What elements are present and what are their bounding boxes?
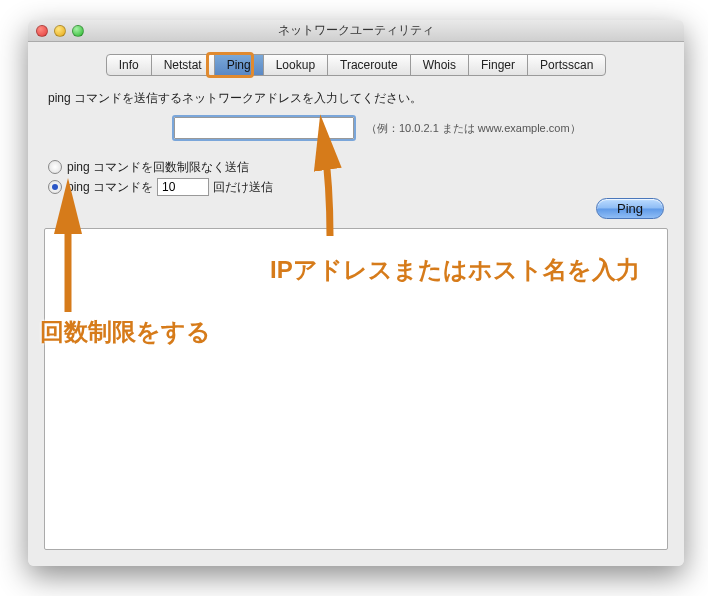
output-area[interactable]: [44, 228, 668, 550]
ping-button[interactable]: Ping: [596, 198, 664, 219]
radio-limited[interactable]: [48, 180, 62, 194]
radio-unlimited-label: ping コマンドを回数制限なく送信: [67, 159, 249, 176]
tab-portsscan[interactable]: Portsscan: [527, 54, 606, 76]
close-icon[interactable]: [36, 25, 48, 37]
window-title: ネットワークユーティリティ: [28, 22, 684, 39]
instruction-text: ping コマンドを送信するネットワークアドレスを入力してください。: [48, 90, 668, 107]
address-hint: （例：10.0.2.1 または www.example.com）: [366, 121, 581, 136]
tab-bar: Info Netstat Ping Lookup Traceroute Whoi…: [44, 54, 668, 76]
tab-ping[interactable]: Ping: [214, 54, 264, 76]
radio-limited-suffix: 回だけ送信: [213, 179, 273, 196]
count-input[interactable]: [157, 178, 209, 196]
tab-info[interactable]: Info: [106, 54, 152, 76]
content-area: Info Netstat Ping Lookup Traceroute Whoi…: [28, 42, 684, 566]
titlebar: ネットワークユーティリティ: [28, 20, 684, 42]
radio-limited-prefix: ping コマンドを: [67, 179, 153, 196]
address-input[interactable]: [174, 117, 354, 139]
tab-netstat[interactable]: Netstat: [151, 54, 215, 76]
zoom-icon[interactable]: [72, 25, 84, 37]
app-window: ネットワークユーティリティ Info Netstat Ping Lookup T…: [28, 20, 684, 566]
tab-whois[interactable]: Whois: [410, 54, 469, 76]
tab-finger[interactable]: Finger: [468, 54, 528, 76]
minimize-icon[interactable]: [54, 25, 66, 37]
radio-unlimited[interactable]: [48, 160, 62, 174]
tab-lookup[interactable]: Lookup: [263, 54, 328, 76]
tab-traceroute[interactable]: Traceroute: [327, 54, 411, 76]
